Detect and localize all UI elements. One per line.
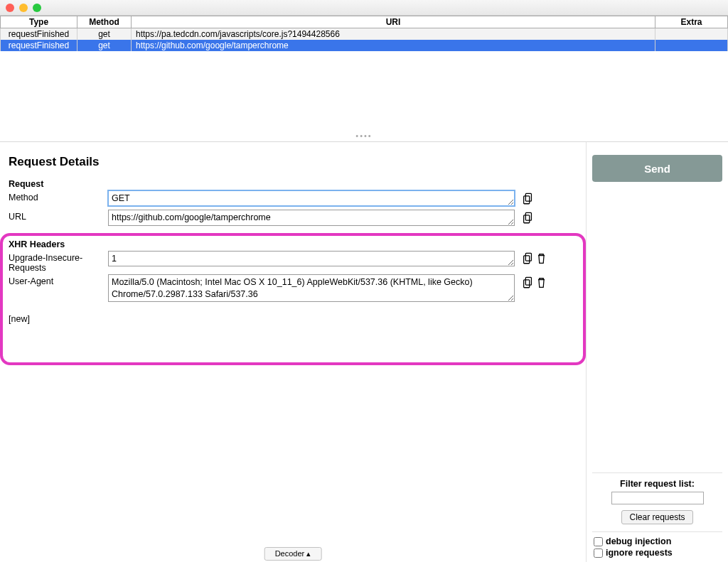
decoder-toggle-button[interactable]: Decoder ▴ [264, 547, 322, 561]
header-name-label: User-Agent [9, 274, 108, 286]
svg-rect-4 [525, 253, 531, 261]
table-header-row: Type Method URI Extra [1, 16, 728, 28]
debug-injection-label: debug injection [606, 536, 671, 546]
col-header-method[interactable]: Method [77, 16, 132, 28]
ignore-requests-label: ignore requests [606, 548, 673, 558]
request-table-region: Type Method URI Extra requestFinishedget… [0, 16, 728, 142]
window-maximize-button[interactable] [33, 4, 41, 12]
filter-label: Filter request list: [594, 479, 721, 489]
send-button[interactable]: Send [592, 155, 722, 182]
svg-rect-3 [524, 215, 530, 223]
url-label: URL [9, 210, 108, 222]
header-row: Upgrade-Insecure-Requests [9, 251, 586, 274]
ignore-requests-row[interactable]: ignore requests [594, 548, 721, 558]
ignore-requests-checkbox[interactable] [594, 549, 603, 558]
svg-rect-1 [524, 195, 530, 203]
filter-input[interactable] [611, 492, 704, 504]
cell-type: requestFinished [1, 40, 77, 51]
header-row: User-Agent [9, 274, 586, 304]
cell-type: requestFinished [1, 28, 77, 40]
method-label: Method [9, 190, 108, 202]
cell-extra [655, 28, 728, 40]
cell-uri: https://github.com/google/tamperchrome [132, 40, 655, 51]
url-input[interactable] [108, 210, 515, 225]
method-input[interactable] [108, 190, 515, 206]
svg-rect-5 [524, 256, 530, 264]
sidebar: Send Filter request list: Clear requests… [586, 142, 728, 562]
url-row: URL [9, 210, 586, 227]
cell-extra [655, 40, 728, 51]
page-title: Request Details [9, 155, 586, 169]
header-name-label: Upgrade-Insecure-Requests [9, 251, 108, 274]
window-titlebar [0, 0, 728, 16]
svg-rect-0 [525, 193, 531, 201]
new-header-link[interactable]: [new] [9, 314, 30, 324]
method-row: Method [9, 190, 586, 208]
copy-icon[interactable] [522, 192, 534, 205]
delete-icon[interactable] [535, 252, 547, 266]
col-header-extra[interactable]: Extra [655, 16, 728, 28]
cell-uri: https://pa.tedcdn.com/javascripts/core.j… [132, 28, 655, 40]
cell-method: get [77, 28, 132, 40]
debug-injection-row[interactable]: debug injection [594, 536, 721, 546]
col-header-uri[interactable]: URI [132, 16, 655, 28]
clear-requests-button[interactable]: Clear requests [621, 510, 692, 524]
delete-icon[interactable] [535, 276, 547, 289]
header-value-input[interactable] [108, 274, 515, 302]
debug-injection-checkbox[interactable] [594, 537, 603, 546]
svg-rect-7 [524, 280, 530, 288]
xhr-headers-label: XHR Headers [9, 239, 586, 249]
window-minimize-button[interactable] [19, 4, 28, 12]
table-row[interactable]: requestFinishedgethttps://pa.tedcdn.com/… [1, 28, 728, 40]
splitter-handle-icon[interactable]: •••• [355, 131, 372, 140]
svg-rect-2 [525, 212, 531, 220]
copy-icon[interactable] [522, 211, 534, 225]
window-close-button[interactable] [6, 4, 14, 12]
col-header-type[interactable]: Type [1, 16, 77, 28]
table-row[interactable]: requestFinishedgethttps://github.com/goo… [1, 40, 728, 51]
request-details-pane: Request Details Request Method URL XHR H… [0, 142, 586, 562]
request-table[interactable]: Type Method URI Extra requestFinishedget… [0, 16, 728, 51]
cell-method: get [77, 40, 132, 51]
request-group-label: Request [9, 179, 586, 189]
svg-rect-6 [525, 277, 531, 285]
header-value-input[interactable] [108, 251, 515, 266]
copy-icon[interactable] [522, 252, 534, 266]
copy-icon[interactable] [522, 276, 534, 289]
